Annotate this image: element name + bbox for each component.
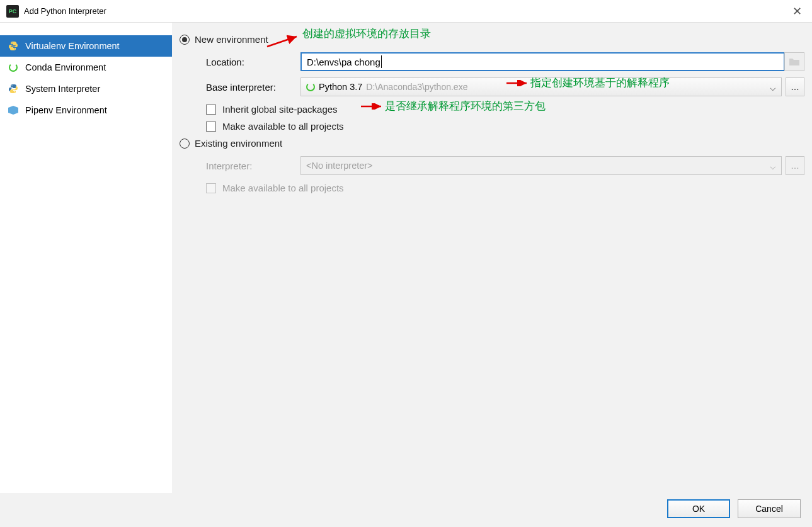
inherit-label: Inherit global site-packages (222, 104, 338, 115)
sidebar-item-virtualenv[interactable]: Virtualenv Environment (0, 35, 172, 57)
new-environment-label: New environment (195, 34, 268, 45)
available-all-2-label: Make available to all projects (222, 183, 344, 193)
sidebar-item-label: Conda Environment (25, 62, 106, 72)
close-icon[interactable]: ✕ (789, 4, 806, 18)
base-interpreter-dropdown[interactable]: Python 3.7 D:\Anaconda3\python.exe ⌵ (300, 77, 782, 96)
main-panel: New environment Location: D:\envs\pa cho… (172, 23, 812, 493)
location-value: D:\envs\pa chong (307, 57, 380, 67)
sidebar-item-label: Virtualenv Environment (25, 41, 120, 51)
dialog-footer: OK Cancel (667, 499, 801, 518)
existing-environment-label: Existing environment (195, 138, 282, 149)
available-all-2-checkbox (206, 183, 216, 193)
chevron-down-icon: ⌵ (770, 81, 776, 93)
app-icon: PC (6, 5, 19, 18)
python-icon (8, 83, 19, 94)
cancel-button[interactable]: Cancel (738, 499, 801, 518)
loading-icon (306, 82, 315, 91)
browse-existing-button: … (786, 156, 804, 175)
sidebar-item-system[interactable]: System Interpreter (0, 78, 172, 99)
sidebar-item-label: Pipenv Environment (25, 105, 107, 115)
interpreter-dropdown: <No interpreter> ⌵ (300, 156, 782, 175)
base-interpreter-value: Python 3.7 (319, 82, 362, 92)
sidebar-item-pipenv[interactable]: Pipenv Environment (0, 99, 172, 121)
chevron-down-icon: ⌵ (770, 160, 776, 172)
interpreter-value: <No interpreter> (306, 161, 373, 171)
base-interpreter-path: D:\Anaconda3\python.exe (366, 82, 467, 92)
folder-icon (789, 58, 799, 65)
location-label: Location: (206, 57, 300, 67)
sidebar: Virtualenv Environment Conda Environment… (0, 23, 172, 493)
base-interpreter-label: Base interpreter: (206, 82, 300, 93)
browse-location-button[interactable] (784, 52, 804, 71)
available-all-label: Make available to all projects (222, 121, 344, 132)
titlebar: PC Add Python Interpreter ✕ (0, 0, 812, 23)
inherit-checkbox[interactable] (206, 105, 216, 115)
pipenv-icon (8, 105, 19, 116)
ok-button[interactable]: OK (667, 499, 730, 518)
available-all-checkbox[interactable] (206, 122, 216, 132)
sidebar-item-label: System Interpreter (25, 84, 100, 94)
sidebar-item-conda[interactable]: Conda Environment (0, 57, 172, 78)
radio-new-environment[interactable] (180, 35, 190, 45)
python-icon (8, 40, 19, 52)
conda-icon (8, 62, 19, 73)
location-input[interactable]: D:\envs\pa chong (300, 52, 785, 71)
interpreter-label: Interpreter: (206, 161, 300, 171)
radio-existing-environment[interactable] (180, 139, 190, 149)
browse-interpreter-button[interactable]: … (786, 77, 804, 96)
window-title: Add Python Interpreter (24, 6, 789, 16)
